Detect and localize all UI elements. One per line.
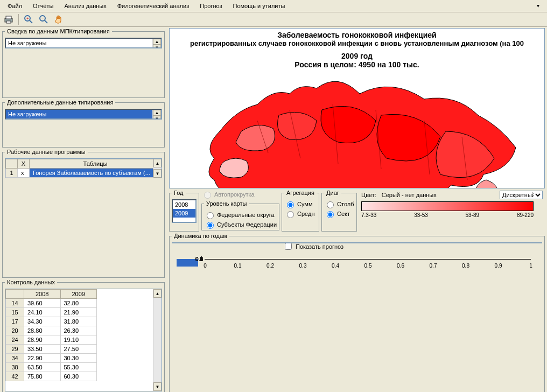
cell-2009[interactable]: 30.30 <box>60 354 97 363</box>
scrollbar[interactable]: ▲ ▼ <box>153 289 162 391</box>
diag-column[interactable]: Столб <box>324 199 354 209</box>
russia-map[interactable] <box>193 72 521 188</box>
cell-2008[interactable]: 33.50 <box>24 345 61 354</box>
cell-2009[interactable]: 32.80 <box>60 299 97 308</box>
mpk-summary-list[interactable]: Не загружены ▲ ▼ <box>5 38 162 48</box>
menu-file[interactable]: Файл <box>2 1 27 11</box>
list-item[interactable]: Не загружены <box>6 110 161 118</box>
data-control-grid[interactable]: 2008 2009 1439.6032.801524.1021.901734.3… <box>5 289 162 391</box>
cell-2008[interactable]: 28.80 <box>24 326 61 335</box>
menu-collapse-icon[interactable]: ▾ <box>531 1 545 10</box>
pan-hand-icon[interactable] <box>53 14 64 25</box>
cell-2009[interactable]: 27.50 <box>60 345 97 354</box>
map-level-subjects[interactable]: Субъекты Федерации <box>204 220 277 229</box>
cell-2009[interactable]: 19.10 <box>60 335 97 345</box>
list-item[interactable]: Не загружены <box>6 39 161 47</box>
menu-help[interactable]: Помощь и утилиты <box>228 1 291 11</box>
table-row[interactable]: 3422.9030.30 <box>6 354 162 363</box>
agg-sum[interactable]: Сумм <box>284 199 317 209</box>
zoom-in-icon[interactable]: + <box>23 14 34 25</box>
cell-2009[interactable]: 31.80 <box>60 317 97 326</box>
cell-2008[interactable]: 63.50 <box>24 363 61 372</box>
federal-districts-radio[interactable] <box>207 212 214 219</box>
col-tables[interactable]: Таблицы <box>30 159 162 169</box>
working-data-panel: Рабочие данные программы X Таблицы 1 x Г… <box>2 149 165 278</box>
menu-reports[interactable]: Отчёты <box>27 1 59 11</box>
cell-2009[interactable]: 60.30 <box>60 372 97 381</box>
cell-2009[interactable]: 26.30 <box>60 326 97 335</box>
map-year: 2009 год <box>170 52 544 60</box>
show-forecast-label: Показать прогноз <box>296 243 343 250</box>
color-mode-combo[interactable]: Дискретный <box>500 191 543 199</box>
scroll-down-icon[interactable]: ▼ <box>153 169 162 178</box>
federal-districts-label: Федеральные округа <box>217 212 275 218</box>
year-legend: Год <box>172 190 186 196</box>
print-icon[interactable] <box>3 14 14 25</box>
col-x[interactable]: X <box>18 159 30 169</box>
bin-2: 53-89 <box>466 212 480 218</box>
cell-table-name[interactable]: Гонорея Заболеваемость по субъектам (... <box>30 169 162 178</box>
menu-prognosis[interactable]: Прогноз <box>194 1 227 11</box>
scroll-up-icon[interactable]: ▲ <box>153 289 162 298</box>
working-data-legend: Рабочие данные программы <box>5 149 88 155</box>
column-radio[interactable] <box>327 201 334 208</box>
cell-2008[interactable]: 34.30 <box>24 317 61 326</box>
col-2008[interactable]: 2008 <box>24 290 61 299</box>
autoscroll-radio[interactable]: Автопрокрутка <box>201 190 279 199</box>
working-data-grid[interactable]: X Таблицы 1 x Гонорея Заболеваемость по … <box>5 158 162 178</box>
sector-radio[interactable] <box>327 211 334 218</box>
cell-2009[interactable]: 55.30 <box>60 363 97 372</box>
additional-typing-list[interactable]: Не загружены ▲ ▼ <box>5 109 162 120</box>
scroll-down-icon[interactable]: ▼ <box>153 116 161 120</box>
cell-2008[interactable]: 22.90 <box>24 354 61 363</box>
scrollbar[interactable]: ▲ ▼ <box>152 39 161 47</box>
year-option-2008[interactable]: 2008 <box>173 200 195 209</box>
table-row[interactable]: 1524.1021.90 <box>6 308 162 317</box>
color-label: Цвет: <box>361 192 376 198</box>
table-row[interactable]: 2428.9019.10 <box>6 335 162 345</box>
table-row[interactable]: 1439.6032.80 <box>6 299 162 308</box>
svg-text:−: − <box>41 16 44 20</box>
show-forecast-input[interactable] <box>285 243 292 250</box>
table-row[interactable]: 2028.8026.30 <box>6 326 162 335</box>
year-option-2009[interactable]: 2009 <box>173 209 195 218</box>
scroll-up-icon[interactable]: ▲ <box>153 39 161 45</box>
cell-2008[interactable]: 24.10 <box>24 308 61 317</box>
diag-panel: Диаг Столб Сект <box>321 190 357 232</box>
scrollbar[interactable]: ▲ ▼ <box>152 110 161 118</box>
row-id: 17 <box>6 317 24 326</box>
row-id: 20 <box>6 326 24 335</box>
scroll-up-icon[interactable]: ▲ <box>153 159 162 167</box>
row-id: 34 <box>6 354 24 363</box>
table-row[interactable]: 1734.3031.80 <box>6 317 162 326</box>
map-level-federal[interactable]: Федеральные округа <box>204 210 277 220</box>
zoom-out-icon[interactable]: − <box>38 14 49 25</box>
scrollbar[interactable]: ▲ ▼ <box>153 159 162 178</box>
menu-phylo[interactable]: Филогенетический анализ <box>112 1 195 11</box>
cell-x[interactable]: x <box>18 169 30 178</box>
scroll-down-icon[interactable]: ▼ <box>153 382 162 391</box>
table-row[interactable]: 2933.5027.50 <box>6 345 162 354</box>
cell-2008[interactable]: 28.90 <box>24 335 61 345</box>
diag-sector[interactable]: Сект <box>324 209 354 219</box>
agg-mean[interactable]: Средн <box>284 209 317 219</box>
dynamics-chart[interactable]: 1 0.8 0.6 0.4 0.2 0 0 0.1 0.2 0.3 0.4 0.… <box>172 242 542 243</box>
aggregation-panel: Агрегация Сумм Средн <box>282 190 319 232</box>
table-row[interactable]: 1 x Гонорея Заболеваемость по субъектам … <box>6 169 162 178</box>
col-2009[interactable]: 2009 <box>60 290 97 299</box>
table-row[interactable]: 3863.5055.30 <box>6 363 162 372</box>
sum-radio[interactable] <box>287 201 294 208</box>
year-selector-panel: Год 2008 2009 <box>169 190 199 232</box>
table-row[interactable]: 4275.8060.30 <box>6 372 162 381</box>
col-rownum <box>6 159 18 169</box>
federation-subjects-radio[interactable] <box>207 222 214 229</box>
cell-2009[interactable]: 21.90 <box>60 308 97 317</box>
scroll-up-icon[interactable]: ▲ <box>153 110 161 116</box>
cell-2008[interactable]: 39.60 <box>24 299 61 308</box>
menu-analysis[interactable]: Анализ данных <box>59 1 111 11</box>
scroll-down-icon[interactable]: ▼ <box>153 45 161 48</box>
mean-radio[interactable] <box>287 211 294 218</box>
row-id: 29 <box>6 345 24 354</box>
year-list[interactable]: 2008 2009 <box>172 199 197 223</box>
cell-2008[interactable]: 75.80 <box>24 372 61 381</box>
